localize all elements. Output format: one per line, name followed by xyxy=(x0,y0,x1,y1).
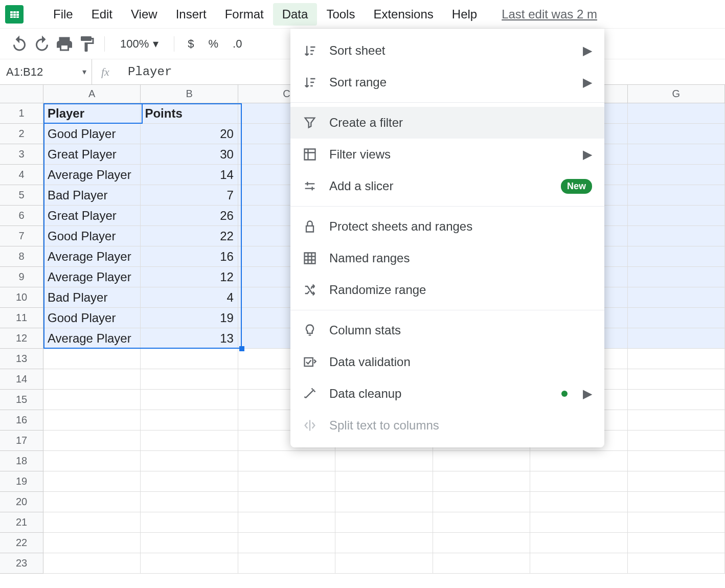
cell-A23[interactable] xyxy=(43,553,141,574)
menu-item-data-validation[interactable]: Data validation xyxy=(290,346,604,378)
cell-B14[interactable] xyxy=(141,369,238,390)
row-header-13[interactable]: 13 xyxy=(0,349,43,369)
cell-B2[interactable]: 20 xyxy=(141,124,238,144)
cell-F18[interactable] xyxy=(530,451,627,471)
row-header-1[interactable]: 1 xyxy=(0,103,43,124)
cell-G7[interactable] xyxy=(628,226,725,246)
cell-G4[interactable] xyxy=(628,165,725,185)
cell-G19[interactable] xyxy=(628,471,725,492)
menu-data[interactable]: Data xyxy=(273,3,318,26)
cell-B23[interactable] xyxy=(141,553,238,574)
row-header-6[interactable]: 6 xyxy=(0,206,43,226)
cell-F23[interactable] xyxy=(530,553,627,574)
column-header-B[interactable]: B xyxy=(141,85,238,103)
cell-G11[interactable] xyxy=(628,308,725,328)
menu-file[interactable]: File xyxy=(44,3,82,26)
cell-A17[interactable] xyxy=(43,431,141,451)
cell-A20[interactable] xyxy=(43,492,141,512)
cell-B12[interactable]: 13 xyxy=(141,328,238,349)
cell-A12[interactable]: Average Player xyxy=(43,328,141,349)
cell-B16[interactable] xyxy=(141,410,238,431)
cell-F22[interactable] xyxy=(530,533,627,553)
cell-B5[interactable]: 7 xyxy=(141,185,238,206)
cell-D20[interactable] xyxy=(335,492,433,512)
cell-B19[interactable] xyxy=(141,471,238,492)
menu-item-named-ranges[interactable]: Named ranges xyxy=(290,242,604,274)
cell-G17[interactable] xyxy=(628,431,725,451)
cell-E19[interactable] xyxy=(433,471,530,492)
cell-C21[interactable] xyxy=(238,512,335,533)
cell-G5[interactable] xyxy=(628,185,725,206)
menu-format[interactable]: Format xyxy=(216,3,273,26)
cell-E23[interactable] xyxy=(433,553,530,574)
cell-A15[interactable] xyxy=(43,390,141,410)
cell-G18[interactable] xyxy=(628,451,725,471)
paint-format-button[interactable] xyxy=(78,35,96,53)
cell-A3[interactable]: Great Player xyxy=(43,144,141,165)
cell-A8[interactable]: Average Player xyxy=(43,246,141,267)
cell-A11[interactable]: Good Player xyxy=(43,308,141,328)
row-header-2[interactable]: 2 xyxy=(0,124,43,144)
menu-item-create-filter[interactable]: Create a filter xyxy=(290,107,604,139)
cell-B15[interactable] xyxy=(141,390,238,410)
cell-G9[interactable] xyxy=(628,267,725,287)
row-header-22[interactable]: 22 xyxy=(0,533,43,553)
cell-A10[interactable]: Bad Player xyxy=(43,287,141,308)
cell-G16[interactable] xyxy=(628,410,725,431)
cell-B3[interactable]: 30 xyxy=(141,144,238,165)
cell-G14[interactable] xyxy=(628,369,725,390)
row-header-14[interactable]: 14 xyxy=(0,369,43,390)
cell-A22[interactable] xyxy=(43,533,141,553)
row-header-16[interactable]: 16 xyxy=(0,410,43,431)
cell-B8[interactable]: 16 xyxy=(141,246,238,267)
row-header-23[interactable]: 23 xyxy=(0,553,43,574)
row-header-15[interactable]: 15 xyxy=(0,390,43,410)
row-header-18[interactable]: 18 xyxy=(0,451,43,471)
cell-D21[interactable] xyxy=(335,512,433,533)
cell-D18[interactable] xyxy=(335,451,433,471)
cell-G21[interactable] xyxy=(628,512,725,533)
cell-E21[interactable] xyxy=(433,512,530,533)
row-header-4[interactable]: 4 xyxy=(0,165,43,185)
cell-A2[interactable]: Good Player xyxy=(43,124,141,144)
cell-A7[interactable]: Good Player xyxy=(43,226,141,246)
cell-F19[interactable] xyxy=(530,471,627,492)
format-decimal-button[interactable]: .0 xyxy=(228,37,247,51)
cell-B10[interactable]: 4 xyxy=(141,287,238,308)
row-header-10[interactable]: 10 xyxy=(0,287,43,308)
cell-A14[interactable] xyxy=(43,369,141,390)
cell-A19[interactable] xyxy=(43,471,141,492)
cell-A18[interactable] xyxy=(43,451,141,471)
cell-A21[interactable] xyxy=(43,512,141,533)
select-all-corner[interactable] xyxy=(0,85,43,103)
cell-B1[interactable]: Points xyxy=(141,103,238,124)
menu-item-data-cleanup[interactable]: Data cleanup▶ xyxy=(290,378,604,410)
cell-B4[interactable]: 14 xyxy=(141,165,238,185)
cell-G13[interactable] xyxy=(628,349,725,369)
column-header-A[interactable]: A xyxy=(43,85,141,103)
menu-view[interactable]: View xyxy=(122,3,167,26)
menu-insert[interactable]: Insert xyxy=(167,3,216,26)
cell-A5[interactable]: Bad Player xyxy=(43,185,141,206)
row-header-9[interactable]: 9 xyxy=(0,267,43,287)
cell-B6[interactable]: 26 xyxy=(141,206,238,226)
cell-B20[interactable] xyxy=(141,492,238,512)
formula-bar[interactable]: Player xyxy=(128,65,172,79)
row-header-5[interactable]: 5 xyxy=(0,185,43,206)
row-header-8[interactable]: 8 xyxy=(0,246,43,267)
cell-E18[interactable] xyxy=(433,451,530,471)
cell-B22[interactable] xyxy=(141,533,238,553)
menu-edit[interactable]: Edit xyxy=(82,3,122,26)
cell-G2[interactable] xyxy=(628,124,725,144)
cell-A1[interactable]: Player xyxy=(43,103,141,124)
cell-C18[interactable] xyxy=(238,451,335,471)
redo-button[interactable] xyxy=(33,35,51,53)
cell-G12[interactable] xyxy=(628,328,725,349)
name-box[interactable]: A1:B12 ▾ xyxy=(0,59,92,84)
cell-B21[interactable] xyxy=(141,512,238,533)
selection-handle[interactable] xyxy=(239,346,244,351)
menu-help[interactable]: Help xyxy=(443,3,486,26)
cell-A13[interactable] xyxy=(43,349,141,369)
cell-B17[interactable] xyxy=(141,431,238,451)
cell-G15[interactable] xyxy=(628,390,725,410)
